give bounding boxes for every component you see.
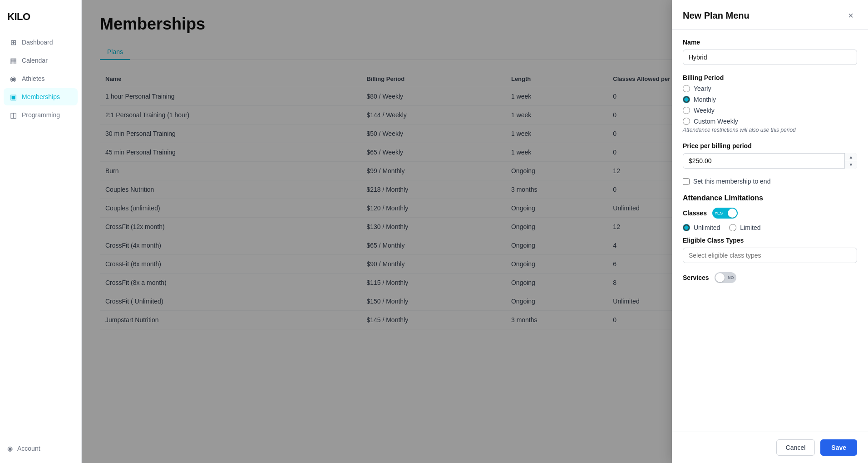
price-input[interactable] [683,153,857,169]
eligible-class-types-group: Eligible Class Types [683,237,857,263]
billing-weekly-radio[interactable] [683,107,690,114]
billing-weekly-option[interactable]: Weekly [683,107,857,114]
sidebar-item-label: Calendar [22,57,48,64]
billing-radio-group: Yearly Monthly Weekly Custom Weekly [683,85,857,125]
person-icon: ◉ [9,75,17,83]
limited-label: Limited [740,224,760,231]
billing-custom-weekly-radio[interactable] [683,118,690,125]
close-button[interactable]: × [844,9,857,22]
unlimited-label: Unlimited [694,224,720,231]
calendar-icon: ▦ [9,56,17,65]
billing-period-group: Billing Period Yearly Monthly Weekly Cus… [683,74,857,133]
billing-yearly-radio[interactable] [683,85,690,92]
panel-title: New Plan Menu [683,10,750,21]
sidebar-nav: ⊞ Dashboard ▦ Calendar ◉ Athletes ▣ Memb… [0,34,81,441]
billing-yearly-option[interactable]: Yearly [683,85,857,92]
unlimited-radio[interactable] [683,224,690,231]
account-icon: ◉ [7,445,13,452]
logo: KILO [0,7,81,34]
cancel-button[interactable]: Cancel [776,439,815,456]
billing-custom-weekly-label: Custom Weekly [694,118,738,125]
panel-body: Name Billing Period Yearly Monthly Weekl… [672,30,868,432]
new-plan-panel: New Plan Menu × Name Billing Period Year… [672,0,868,463]
end-membership-checkbox-label[interactable]: Set this membership to end [683,178,857,185]
limited-option[interactable]: Limited [729,224,760,231]
sidebar: KILO ⊞ Dashboard ▦ Calendar ◉ Athletes ▣… [0,0,82,463]
dashboard-icon: ⊞ [9,38,17,46]
name-group: Name [683,39,857,65]
sidebar-item-label: Dashboard [22,39,53,46]
services-toggle-text: NO [728,275,734,280]
sidebar-item-dashboard[interactable]: ⊞ Dashboard [4,34,78,51]
sidebar-item-label: Memberships [22,93,60,100]
billing-weekly-label: Weekly [694,107,715,114]
limited-radio[interactable] [729,224,736,231]
save-button[interactable]: Save [820,439,857,456]
billing-yearly-label: Yearly [694,85,711,92]
clipboard-icon: ◫ [9,111,17,119]
end-membership-group: Set this membership to end [683,178,857,185]
price-label: Price per billing period [683,142,857,149]
price-increment-button[interactable]: ▲ [845,153,857,161]
price-group: Price per billing period ▲ ▼ [683,142,857,169]
classes-toggle[interactable]: YES [712,208,738,219]
classes-toggle-row: Classes YES [683,208,857,219]
panel-header: New Plan Menu × [672,0,868,30]
price-decrement-button[interactable]: ▼ [845,161,857,169]
billing-monthly-option[interactable]: Monthly [683,96,857,103]
panel-footer: Cancel Save [672,432,868,463]
sidebar-item-label: Athletes [22,75,45,82]
attendance-section-title: Attendance Limitations [683,194,857,202]
services-toggle[interactable]: NO [715,272,736,283]
sidebar-item-calendar[interactable]: ▦ Calendar [4,52,78,69]
classes-toggle-knob [728,209,737,218]
price-input-wrapper: ▲ ▼ [683,153,857,169]
name-input[interactable] [683,50,857,65]
classes-toggle-on-text: YES [715,211,723,215]
sidebar-footer-account[interactable]: ◉ Account [0,441,81,456]
billing-hint: Attendance restrictions will also use th… [683,127,857,133]
unlimited-option[interactable]: Unlimited [683,224,720,231]
classes-toggle-label: Classes [683,209,707,217]
price-spinner: ▲ ▼ [844,153,857,169]
billing-period-label: Billing Period [683,74,857,81]
sidebar-item-memberships[interactable]: ▣ Memberships [4,88,78,105]
card-icon: ▣ [9,93,17,101]
services-label: Services [683,274,709,281]
billing-custom-weekly-option[interactable]: Custom Weekly [683,118,857,125]
services-toggle-knob [715,273,725,282]
sidebar-item-programming[interactable]: ◫ Programming [4,106,78,124]
sidebar-item-label: Programming [22,111,60,119]
billing-monthly-radio[interactable] [683,96,690,103]
account-label: Account [17,445,40,452]
attendance-group: Attendance Limitations Classes YES Unlim… [683,194,857,283]
services-toggle-row: Services NO [683,272,857,283]
eligible-class-types-label: Eligible Class Types [683,237,857,244]
logo-text: KILO [7,11,30,22]
name-label: Name [683,39,857,46]
unlimited-limited-group: Unlimited Limited [683,224,857,231]
eligible-class-types-input[interactable] [683,248,857,263]
end-membership-checkbox[interactable] [683,178,690,185]
sidebar-item-athletes[interactable]: ◉ Athletes [4,70,78,87]
billing-monthly-label: Monthly [694,96,716,103]
end-membership-label: Set this membership to end [693,178,770,185]
